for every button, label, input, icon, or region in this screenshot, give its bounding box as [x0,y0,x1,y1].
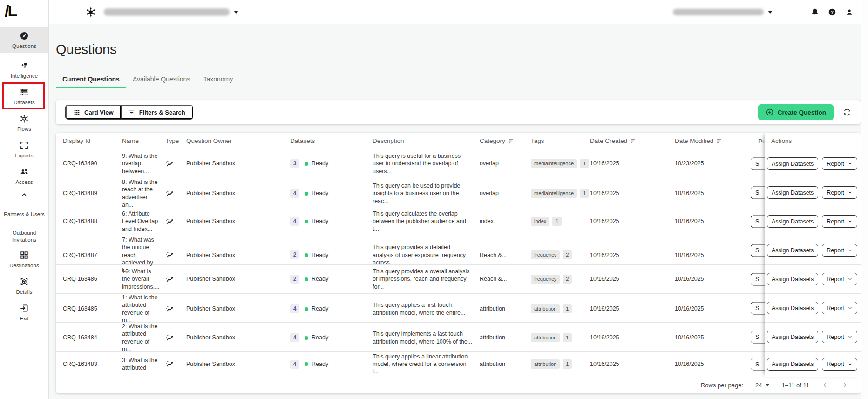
browser-scrollbar[interactable] [861,0,868,399]
assign-datasets-button[interactable]: Assign Datasets [767,186,818,199]
report-dropdown-button[interactable]: Report [822,157,857,170]
insights-icon [165,250,179,260]
sidebar-item-intelligence[interactable]: Intelligence [0,57,48,83]
assign-datasets-button[interactable]: Assign Datasets [767,157,818,170]
filters-search-button[interactable]: Filters & Search [121,105,193,119]
tab-taxonomy[interactable]: Taxonomy [197,73,239,88]
actions-sticky-panel: Actions Assign DatasetsReport⋯Assign Dat… [765,133,861,377]
status-dot-icon [305,336,308,340]
sidebar-item-datasets[interactable]: Datasets [0,83,48,109]
sidebar-item-exit[interactable]: Exit [0,299,48,325]
sidebar-item-label: Exit [3,315,46,322]
sidebar-item-flows[interactable]: Flows [0,110,48,136]
dataset-count-badge: 3 [290,159,299,168]
status-label: Ready [312,334,328,341]
sidebar: /L QuestionsIntelligenceDatasetsFlowsExp… [0,0,49,399]
report-dropdown-button[interactable]: Report [822,358,857,371]
table-row[interactable]: CRQ-1634833: What is the attributedPubli… [56,352,861,377]
cell-description: This query calculates the overlap betwee… [366,210,473,233]
cell-name: 9: What is the overlap between... [115,152,158,175]
rows-per-page-caret-icon [766,384,769,386]
account-icon[interactable] [845,7,854,17]
owner-value: Publisher Sandbox [186,334,235,341]
cell-category: attribution [473,360,524,368]
assign-datasets-button[interactable]: Assign Datasets [767,302,818,314]
assign-datasets-button[interactable]: Assign Datasets [767,331,818,343]
table-row[interactable]: CRQ-16348610: What is the overall impres… [56,265,861,294]
cell-date-created: 10/16/2025 [583,360,668,368]
table-row[interactable]: CRQ-1634851: What is the attributed reve… [56,294,861,323]
report-dropdown-button[interactable]: Report [822,273,857,285]
status-dot-icon [305,362,308,366]
sidebar-item-destinations[interactable]: Destinations [0,246,48,272]
report-dropdown-button[interactable]: Report [822,331,857,343]
sidebar-item-outbound-invitations[interactable]: Outbound Invitations [0,227,48,246]
report-dropdown-button[interactable]: Report [822,215,857,228]
table-row[interactable]: CRQ-1634898: What is the reach at the ad… [56,178,861,207]
cell-display-id: CRQ-163484 [56,334,115,341]
cell-date-created: 10/16/2025 [583,275,668,283]
liveramp-logo: /L [5,2,16,20]
refresh-icon[interactable] [842,107,852,117]
name-value: 3: What is the attributed [122,357,157,371]
table-row[interactable]: CRQ-1634886: Attribute Level Overlap and… [56,207,861,236]
card-view-button[interactable]: Card View [66,105,121,119]
assign-datasets-button[interactable]: Assign Datasets [767,358,818,371]
topbar: ? [49,0,868,24]
next-page-icon[interactable] [841,381,848,389]
cell-date-modified: 10/16/2025 [668,217,747,225]
row-actions: Assign DatasetsReport⋯ [765,352,861,377]
rows-per-page-select[interactable]: 24 [755,382,769,389]
sidebar-item-partners-users[interactable]: Partners & Users [0,205,48,223]
dataset-count-badge: 4 [290,304,299,313]
chevron-up-icon[interactable] [0,191,48,198]
tag-chip: 1 [563,304,572,313]
assign-datasets-button[interactable]: Assign Datasets [767,273,818,285]
table-row[interactable]: CRQ-1634842: What is the attributed reve… [56,323,861,352]
sidebar-item-details[interactable]: Details [0,273,48,299]
name-value: 9: What is the overlap between... [122,153,157,175]
cell-type [158,359,179,369]
sidebar-item-exports[interactable]: Exports [0,136,48,162]
status-dot-icon [305,307,308,311]
column-header-category[interactable]: Category [473,137,524,144]
hub-icon [85,7,96,18]
tag-chip: attribution [531,304,560,313]
owner-value: Publisher Sandbox [186,361,235,367]
column-header-label: Question Owner [186,137,232,144]
column-header-date-created[interactable]: Date Created [583,137,668,144]
chevron-down-small-icon [848,277,853,282]
date-created-value: 10/16/2025 [590,218,619,224]
report-label: Report [827,334,844,340]
column-header-date-modified[interactable]: Date Modified [668,137,747,144]
sort-icon [631,138,637,143]
tab-available-questions[interactable]: Available Questions [126,73,197,88]
table-row[interactable]: CRQ-1634877: What was the unique reach a… [56,236,861,265]
cell-display-id: CRQ-163488 [56,217,115,225]
create-question-button[interactable]: Create Question [758,104,834,120]
assign-datasets-button[interactable]: Assign Datasets [767,215,818,228]
column-header-type: Type [158,137,179,144]
workspace-chevron-down-icon[interactable] [234,11,238,14]
table-row[interactable]: CRQ-1634909: What is the overlap between… [56,149,861,178]
cell-date-modified: 10/16/2025 [668,334,747,341]
tab-current-questions[interactable]: Current Questions [56,73,126,88]
insights-icon [165,217,179,226]
previous-page-icon[interactable] [821,381,829,389]
sidebar-item-access[interactable]: Access [0,163,48,189]
report-dropdown-button[interactable]: Report [822,186,857,199]
report-dropdown-button[interactable]: Report [822,244,857,257]
cell-description: This query applies a first-touch attribu… [366,301,473,317]
tag-chip: attribution [531,333,560,342]
intelligence-icon [19,61,29,71]
bell-icon[interactable] [810,7,820,17]
report-dropdown-button[interactable]: Report [822,302,857,314]
sidebar-item-questions[interactable]: Questions [0,27,48,53]
cell-display-id: CRQ-163489 [56,189,115,197]
help-icon[interactable]: ? [827,7,837,17]
display-id-value: CRQ-163483 [63,361,97,367]
tag-chip: frequency [531,250,560,259]
assign-datasets-button[interactable]: Assign Datasets [767,244,818,257]
account-chevron-down-icon[interactable] [768,11,773,14]
column-header-label: Category [480,137,505,144]
